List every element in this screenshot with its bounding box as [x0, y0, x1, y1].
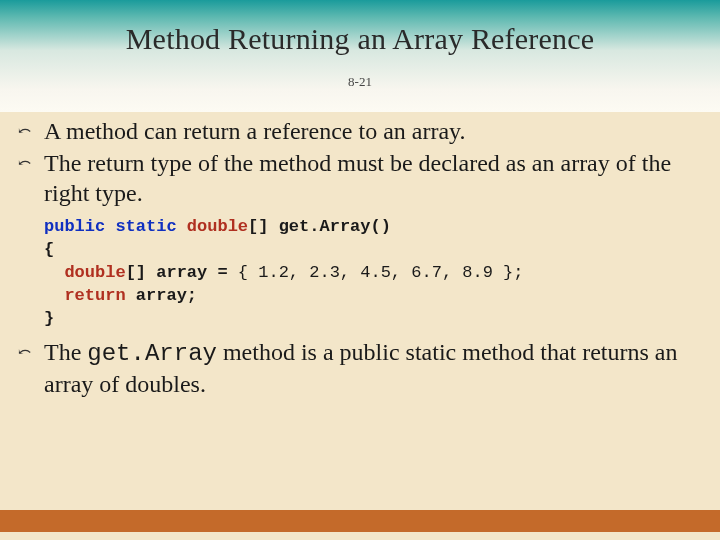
bullet-icon: ⤺ [18, 342, 31, 362]
bullet-icon: ⤺ [18, 121, 31, 141]
kw-double: double [64, 263, 125, 282]
slide-number: 8-21 [0, 74, 720, 90]
bullet-item: ⤺ The return type of the method must be … [18, 148, 702, 208]
bullet-item: ⤺ The get.Array method is a public stati… [18, 337, 702, 399]
code-block: public static double[] get.Array() { dou… [18, 210, 702, 337]
bullet-text: The [44, 339, 87, 365]
kw-static: static [115, 217, 176, 236]
bullet-item: ⤺ A method can return a reference to an … [18, 116, 702, 146]
code-text: [] get.Array() [248, 217, 391, 236]
code-text: { [44, 240, 54, 259]
slide-body: ⤺ A method can return a reference to an … [0, 112, 720, 399]
code-text: array; [126, 286, 197, 305]
bullet-icon: ⤺ [18, 153, 31, 173]
code-text: { 1.2, 2.3, 4.5, 6.7, 8.9 }; [238, 263, 524, 282]
code-text: [] array = [126, 263, 238, 282]
footer-bar [0, 510, 720, 532]
bullet-text: A method can return a reference to an ar… [44, 118, 466, 144]
header-band: Method Returning an Array Reference 8-21 [0, 0, 720, 112]
slide: Method Returning an Array Reference 8-21… [0, 0, 720, 540]
code-text: } [44, 309, 54, 328]
kw-return: return [64, 286, 125, 305]
kw-double: double [187, 217, 248, 236]
inline-code: get.Array [87, 340, 217, 367]
kw-public: public [44, 217, 105, 236]
slide-title: Method Returning an Array Reference [0, 22, 720, 56]
bullet-text: The return type of the method must be de… [44, 150, 671, 206]
